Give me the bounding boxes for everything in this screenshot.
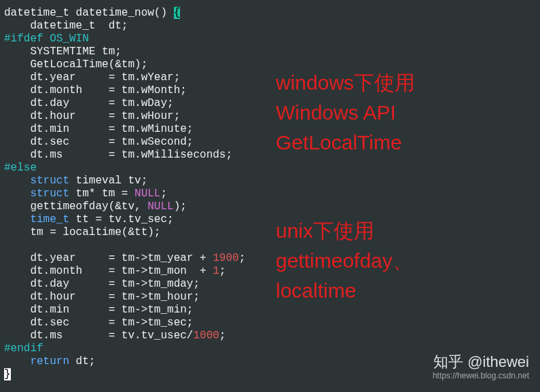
brace-close-highlight: } bbox=[4, 368, 11, 380]
watermark-author: 知乎 @ithewei bbox=[433, 355, 529, 368]
preproc-endif: #endif bbox=[4, 342, 43, 355]
code-block: datetime_t datetime_now() { datetime_t d… bbox=[4, 7, 536, 381]
annotation-unix: unix下使用gettimeofday、localtime bbox=[276, 216, 413, 306]
preproc-ifdef: #ifdef OS_WIN bbox=[4, 33, 89, 45]
brace-open-highlight: { bbox=[174, 7, 181, 19]
preproc-else: #else bbox=[4, 162, 37, 174]
watermark-url: https://hewei.blog.csdn.net bbox=[433, 370, 529, 382]
watermark: 知乎 @ithewei https://hewei.blog.csdn.net bbox=[433, 355, 529, 382]
annotation-windows: windows下使用Windows APIGetLocalTime bbox=[276, 68, 415, 158]
